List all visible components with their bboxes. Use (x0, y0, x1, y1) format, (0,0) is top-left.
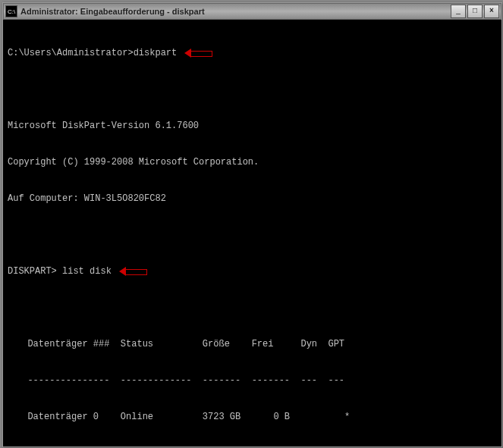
maximize-button[interactable]: □ (467, 5, 483, 18)
app-icon: C:\ (5, 5, 17, 17)
window-title: Administrator: Eingabeaufforderung - dis… (20, 7, 449, 16)
command-prompt-window: C:\ Administrator: Eingabeaufforderung -… (2, 2, 502, 447)
table-divider: --------------- ------------- ------- --… (17, 374, 344, 387)
version-line: Microsoft DiskPart-Version 6.1.7600 (8, 120, 199, 132)
table-header: Datenträger ### Status Größe Frei Dyn GP… (17, 338, 344, 350)
titlebar[interactable]: C:\ Administrator: Eingabeaufforderung -… (3, 3, 501, 20)
arrow-icon (184, 49, 213, 57)
console-output[interactable]: C:\Users\Administrator>diskpart Microsof… (3, 20, 501, 448)
minimize-button[interactable]: _ (451, 5, 466, 18)
arrow-icon (119, 268, 148, 275)
close-button[interactable]: × (484, 5, 499, 18)
cmd-list-disk: list disk (62, 265, 112, 277)
table-row: Datenträger 0 Online 3723 GB 0 B * (17, 411, 350, 423)
copyright-line: Copyright (C) 1999-2008 Microsoft Corpor… (8, 156, 259, 168)
cmd-diskpart: diskpart (134, 47, 178, 59)
computer-line: Auf Computer: WIN-3L5O820FC82 (8, 193, 166, 205)
diskpart-prompt: DISKPART> (8, 265, 57, 277)
prompt-path: C:\Users\Administrator> (8, 47, 134, 59)
